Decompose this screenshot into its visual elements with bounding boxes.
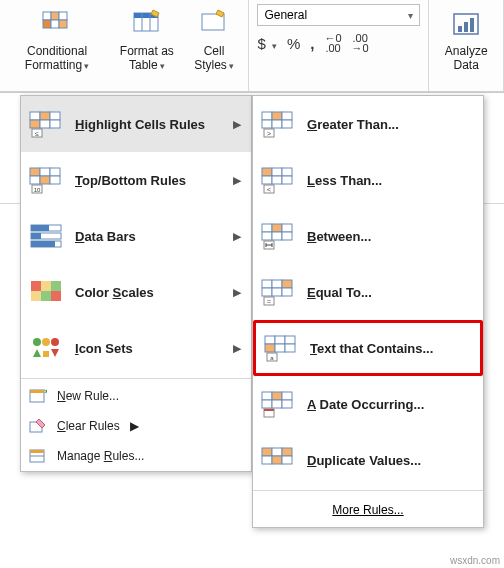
submenu-arrow-icon: ▶: [130, 419, 139, 433]
increase-decimal-button[interactable]: ←0.00: [324, 34, 341, 54]
comma-format-button[interactable]: ,: [310, 35, 314, 52]
menu-label: Clear Rules: [57, 419, 120, 433]
svg-rect-103: [282, 400, 292, 408]
svg-rect-3: [43, 20, 51, 28]
menu-icon-sets[interactable]: Icon Sets ▶: [21, 320, 251, 376]
menu-label: Equal To...: [307, 285, 372, 300]
svg-rect-13: [464, 22, 468, 32]
svg-rect-50: [30, 390, 44, 393]
svg-rect-64: [262, 168, 272, 176]
svg-rect-58: [282, 112, 292, 120]
svg-rect-25: [50, 168, 60, 176]
conditional-formatting-button[interactable]: Conditional Formatting▾: [6, 4, 108, 87]
svg-rect-1: [51, 12, 59, 20]
svg-rect-19: [40, 120, 50, 128]
svg-rect-101: [262, 400, 272, 408]
menu-duplicate-values[interactable]: Duplicate Values...: [253, 432, 483, 488]
accounting-format-button[interactable]: $ ▾: [257, 35, 277, 52]
menu-a-date-occurring[interactable]: A Date Occurring...: [253, 376, 483, 432]
menu-label: Less Than...: [307, 173, 382, 188]
menu-label: Color Scales: [75, 285, 154, 300]
menu-label: More Rules...: [332, 503, 403, 517]
svg-rect-100: [282, 392, 292, 400]
chevron-down-icon: ▾: [84, 61, 89, 71]
text-contains-icon: a: [264, 333, 298, 363]
icon-sets-icon: [29, 333, 63, 363]
svg-marker-48: [51, 349, 59, 357]
svg-rect-42: [51, 291, 61, 301]
svg-text:✶: ✶: [43, 387, 47, 397]
svg-rect-27: [40, 176, 50, 184]
menu-data-bars[interactable]: Data Bars ▶: [21, 208, 251, 264]
svg-rect-14: [470, 18, 474, 32]
cell-styles-icon: [198, 8, 230, 40]
ribbon-group-styles: Conditional Formatting▾ Format as Table▾…: [0, 0, 249, 91]
svg-rect-110: [272, 456, 282, 464]
svg-rect-24: [40, 168, 50, 176]
svg-rect-4: [51, 20, 59, 28]
svg-text:<: <: [267, 186, 271, 193]
menu-new-rule[interactable]: ✶ New Rule...: [21, 381, 251, 411]
menu-label: Text that Contains...: [310, 341, 433, 356]
svg-rect-0: [43, 12, 51, 20]
clear-rules-icon: [29, 417, 47, 435]
svg-rect-86: [272, 288, 282, 296]
svg-rect-95: [285, 344, 295, 352]
menu-highlight-cells-rules[interactable]: ≤ Highlight Cells Rules ▶: [21, 96, 251, 152]
analyze-data-button[interactable]: Analyze Data: [435, 4, 497, 87]
svg-point-43: [33, 338, 41, 346]
svg-rect-73: [272, 224, 282, 232]
svg-rect-69: [282, 176, 292, 184]
duplicate-values-icon: [261, 445, 295, 475]
svg-rect-87: [282, 288, 292, 296]
svg-rect-23: [30, 168, 40, 176]
svg-rect-106: [262, 448, 272, 456]
svg-rect-108: [282, 448, 292, 456]
percent-format-button[interactable]: %: [287, 35, 300, 52]
svg-rect-38: [41, 281, 51, 291]
svg-rect-20: [50, 120, 60, 128]
svg-rect-98: [262, 392, 272, 400]
conditional-formatting-icon: [41, 8, 73, 40]
menu-label: Icon Sets: [75, 341, 133, 356]
menu-label: Manage Rules...: [57, 449, 144, 463]
menu-between[interactable]: Between...: [253, 208, 483, 264]
submenu-arrow-icon: ▶: [233, 174, 241, 187]
menu-label: Highlight Cells Rules: [75, 117, 205, 132]
menu-separator: [21, 378, 251, 379]
menu-top-bottom-rules[interactable]: 10 Top/Bottom Rules ▶: [21, 152, 251, 208]
svg-rect-102: [272, 400, 282, 408]
menu-manage-rules[interactable]: Manage Rules...: [21, 441, 251, 471]
svg-rect-85: [262, 288, 272, 296]
menu-label: Greater Than...: [307, 117, 399, 132]
format-as-table-button[interactable]: Format as Table▾: [108, 4, 185, 87]
analyze-data-label: Analyze Data: [441, 44, 491, 73]
svg-rect-90: [265, 336, 275, 344]
svg-rect-83: [272, 280, 282, 288]
submenu-arrow-icon: ▶: [233, 118, 241, 131]
svg-rect-61: [282, 120, 292, 128]
svg-rect-109: [262, 456, 272, 464]
menu-clear-rules[interactable]: Clear Rules ▶: [21, 411, 251, 441]
svg-rect-93: [265, 344, 275, 352]
svg-text:≤: ≤: [35, 130, 39, 137]
svg-rect-56: [262, 112, 272, 120]
svg-rect-74: [282, 224, 292, 232]
svg-rect-41: [41, 291, 51, 301]
svg-rect-54: [30, 450, 44, 453]
menu-less-than[interactable]: < Less Than...: [253, 152, 483, 208]
menu-label: Duplicate Values...: [307, 453, 421, 468]
menu-greater-than[interactable]: > Greater Than...: [253, 96, 483, 152]
number-format-combo[interactable]: General ▾: [257, 4, 420, 26]
menu-equal-to[interactable]: = Equal To...: [253, 264, 483, 320]
menu-text-that-contains[interactable]: a Text that Contains...: [253, 320, 483, 376]
decrease-decimal-button[interactable]: .00→0: [352, 34, 369, 54]
format-as-table-icon: [131, 8, 163, 40]
cell-styles-button[interactable]: Cell Styles▾: [186, 4, 243, 87]
svg-rect-65: [272, 168, 282, 176]
menu-label: New Rule...: [57, 389, 119, 403]
chevron-down-icon: ▾: [229, 61, 234, 71]
menu-color-scales[interactable]: Color Scales ▶: [21, 264, 251, 320]
menu-more-rules[interactable]: More Rules...: [253, 493, 483, 527]
svg-rect-76: [272, 232, 282, 240]
